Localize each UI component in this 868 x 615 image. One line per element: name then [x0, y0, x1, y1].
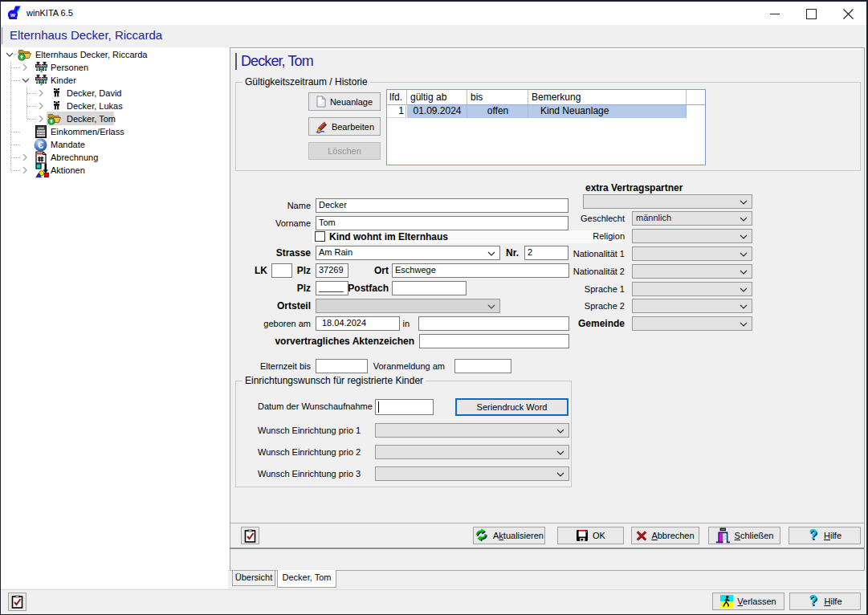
svg-text:w: w: [10, 11, 15, 18]
svg-text:?: ?: [809, 528, 817, 542]
svg-text:€: €: [38, 139, 43, 151]
svg-text:?: ?: [809, 594, 817, 608]
